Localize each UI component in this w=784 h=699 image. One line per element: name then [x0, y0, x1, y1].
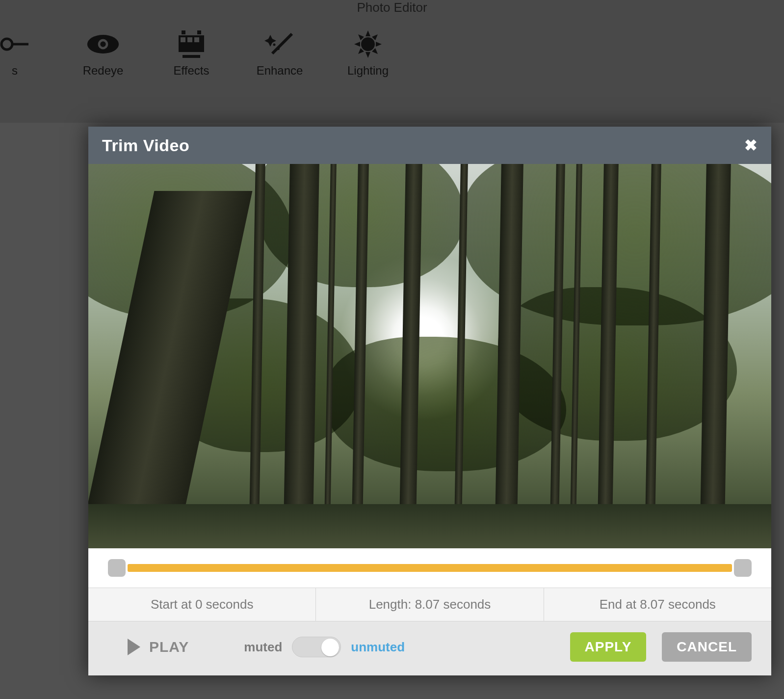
close-icon[interactable]: ✖ — [744, 136, 758, 155]
trim-length-label: Length: 8.07 seconds — [316, 588, 544, 621]
modal-title: Trim Video — [102, 136, 189, 155]
trim-start-handle[interactable] — [108, 559, 126, 577]
mute-toggle[interactable] — [292, 637, 341, 657]
trim-end-handle[interactable] — [734, 559, 752, 577]
unmuted-label: unmuted — [351, 640, 405, 655]
trim-start-label: Start at 0 seconds — [88, 588, 316, 621]
modal-header: Trim Video ✖ — [88, 127, 771, 164]
video-preview[interactable] — [88, 164, 771, 548]
apply-button[interactable]: APPLY — [570, 632, 647, 662]
toggle-knob — [321, 639, 339, 656]
trim-track[interactable] — [128, 564, 732, 572]
trim-slider — [88, 548, 771, 588]
play-icon — [128, 639, 140, 655]
cancel-button[interactable]: CANCEL — [662, 632, 752, 662]
trim-end-label: End at 8.07 seconds — [544, 588, 771, 621]
play-button[interactable]: PLAY — [128, 639, 189, 655]
play-label: PLAY — [149, 639, 189, 655]
mute-toggle-group: muted unmuted — [244, 637, 405, 657]
trim-info-row: Start at 0 seconds Length: 8.07 seconds … — [88, 588, 771, 621]
modal-footer: PLAY muted unmuted APPLY CANCEL — [88, 621, 771, 675]
trim-video-modal: Trim Video ✖ Start at 0 seconds Length: … — [88, 127, 771, 675]
muted-label: muted — [244, 640, 282, 655]
